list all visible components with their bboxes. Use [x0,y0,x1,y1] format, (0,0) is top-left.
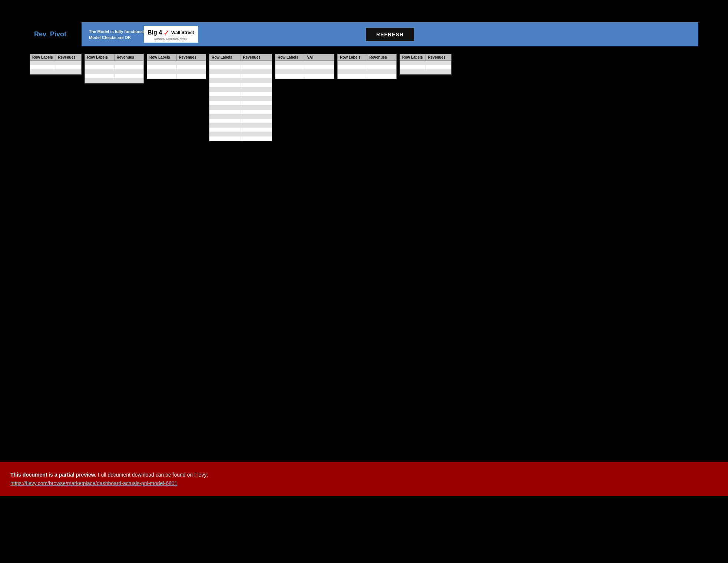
main-wrapper: Rev_Pivot The Model is fully functional … [0,0,728,141]
page-title: Rev_Pivot [34,30,66,38]
table-row [85,70,143,74]
col2-header: Revenues [115,54,144,60]
logo-tagline: Believe, Conceive, Pivot! [155,37,188,40]
table-row [209,65,272,70]
table-row [209,105,272,110]
pivot-header-3: Row Labels Revenues [147,54,206,61]
table-row [400,70,451,74]
logo-top: Big 4 ✓ Wall Street [148,28,194,37]
table-row [85,79,143,83]
logo-big4-text: Big 4 [148,29,162,36]
pivot-header-7: Row Labels Revenues [400,54,451,61]
table-row [209,128,272,132]
table-row [338,74,396,79]
pivot-table-7: Row Labels Revenues [400,54,451,75]
header-blue-band: The Model is fully functional Model Chec… [82,22,698,46]
table-row [209,61,272,65]
pivot-table-2: Row Labels Revenues [85,54,144,83]
table-row [209,83,272,88]
logo: Big 4 ✓ Wall Street Believe, Conceive, P… [148,28,194,40]
table-row [85,74,143,79]
col2-header: Revenues [177,54,206,60]
logo-bird-icon: ✓ [163,28,170,37]
flevy-link[interactable]: https://flevy.com/browse/marketplace/das… [10,480,177,486]
table-row [30,70,81,74]
pivot-table-5: Row Labels VAT [275,54,334,79]
table-row [275,70,334,74]
table-row [275,61,334,65]
pivot-table-6: Row Labels Revenues [337,54,397,79]
table-row [30,61,81,65]
table-row [209,123,272,128]
col2-header: VAT [305,54,334,60]
pivot-table-1: Row Labels Revenues [30,54,82,75]
table-row [209,88,272,92]
col1-header: Row Labels [338,54,367,60]
table-row [147,65,206,70]
col1-header: Row Labels [85,54,115,60]
footer-banner: This document is a partial preview. Full… [0,462,728,496]
table-row [147,61,206,65]
pivot-table-3: Row Labels Revenues [147,54,206,79]
header-info: The Model is fully functional Model Chec… [89,29,144,40]
col2-header: Revenues [241,54,272,60]
table-row [209,74,272,79]
preview-label: This document is a partial preview. [10,472,96,478]
table-row [209,132,272,136]
table-row [209,119,272,123]
col1-header: Row Labels [30,54,56,60]
header-container: Rev_Pivot The Model is fully functional … [30,22,698,46]
col2-header: Revenues [56,54,82,60]
pivot-header-1: Row Labels Revenues [30,54,81,61]
table-row [209,92,272,96]
pivot-header-2: Row Labels Revenues [85,54,143,61]
col2-header: Revenues [367,54,397,60]
pivot-header-4: Row Labels Revenues [209,54,272,61]
full-doc-text: Full document download can be found on F… [98,472,208,478]
pivot-table-4: Row Labels Revenues [209,54,272,141]
col1-header: Row Labels [400,54,426,60]
pivot-header-6: Row Labels Revenues [338,54,396,61]
col1-header: Row Labels [147,54,177,60]
title-block: Rev_Pivot [30,22,82,46]
pivot-header-5: Row Labels VAT [275,54,334,61]
model-status: The Model is fully functional [89,29,144,34]
table-row [275,74,334,79]
table-row [85,65,143,70]
table-row [147,74,206,79]
table-row [400,65,451,70]
col1-header: Row Labels [209,54,241,60]
table-row [85,61,143,65]
logo-wallst-text: Wall Street [171,30,194,35]
logo-block: Big 4 ✓ Wall Street Believe, Conceive, P… [144,26,198,43]
tables-area: Row Labels Revenues Row Labels Revenues … [30,54,698,141]
table-row [147,70,206,74]
table-row [209,101,272,105]
table-row [400,61,451,65]
table-row [338,70,396,74]
table-row [209,114,272,119]
table-row [209,70,272,74]
col1-header: Row Labels [275,54,305,60]
table-row [275,65,334,70]
table-row [209,110,272,114]
table-row [338,65,396,70]
refresh-button[interactable]: REFRESH [366,28,414,41]
table-row [209,136,272,141]
table-row [209,79,272,83]
table-row [30,65,81,70]
footer-text: This document is a partial preview. Full… [10,471,718,487]
table-row [338,61,396,65]
table-row [209,96,272,101]
model-checks: Model Checks are OK [89,35,144,40]
col2-header: Revenues [426,54,451,60]
